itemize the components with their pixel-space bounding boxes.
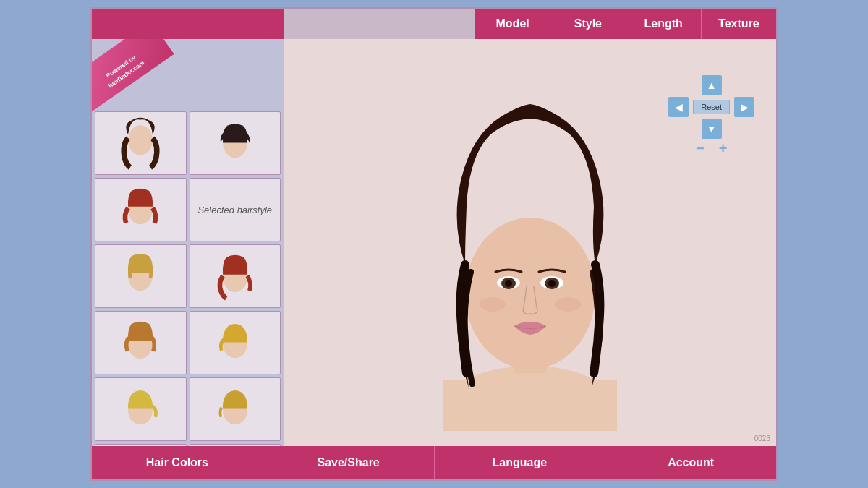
zoom-in-button[interactable]: +: [719, 140, 728, 157]
app: Model Style Length Texture Powered by ha…: [90, 7, 778, 481]
tab-style[interactable]: Style: [550, 9, 626, 39]
model-svg: [407, 55, 653, 431]
hairstyle-thumb-2[interactable]: [190, 111, 281, 175]
hairstyle-thumb-10[interactable]: [95, 444, 187, 446]
tab-texture[interactable]: Texture: [702, 9, 776, 39]
zoom-row: − +: [696, 140, 727, 157]
arrow-right-button[interactable]: ▶: [734, 97, 754, 117]
hairstyle-thumb-selected: Selected hairstyle: [190, 178, 281, 241]
reset-button[interactable]: Reset: [693, 100, 730, 114]
arrow-down-button[interactable]: ▼: [702, 119, 722, 139]
zoom-out-button[interactable]: −: [696, 140, 705, 157]
hairstyle-thumb-8[interactable]: [95, 377, 187, 441]
svg-rect-13: [443, 380, 617, 431]
bottom-nav: Hair Colors Save/Share Language Account: [92, 446, 776, 479]
down-arrow-row: ▼: [702, 119, 722, 139]
top-nav: Model Style Length Texture: [475, 9, 776, 39]
thumb-3-svg: [115, 181, 166, 239]
svg-point-21: [548, 280, 556, 287]
nav-hair-colors[interactable]: Hair Colors: [92, 446, 263, 479]
svg-point-23: [555, 297, 581, 312]
thumb-7-svg: [210, 314, 260, 372]
hairstyle-thumb-9[interactable]: [190, 377, 281, 441]
badge-container: Powered by hairfinder.com: [92, 39, 179, 111]
svg-point-15: [465, 218, 595, 369]
middle-arrow-row: ◀ Reset ▶: [668, 97, 754, 117]
left-panel: Powered by hairfinder.com: [92, 39, 284, 446]
thumb-6-svg: [115, 314, 166, 372]
hairstyle-thumb-5[interactable]: [190, 244, 281, 308]
nav-language[interactable]: Language: [435, 446, 606, 479]
tab-length[interactable]: Length: [626, 9, 702, 39]
thumb-4-svg: [115, 247, 166, 305]
nav-arrows: ▲ ◀ Reset ▶ ▼ − +: [668, 75, 754, 157]
up-arrow-row: ▲: [702, 75, 722, 95]
hairstyle-thumb-11[interactable]: [190, 444, 281, 446]
selected-hairstyle-label: Selected hairstyle: [197, 205, 272, 215]
hairstyle-thumb-7[interactable]: [190, 311, 281, 374]
svg-point-0: [128, 125, 153, 155]
nav-save-share[interactable]: Save/Share: [263, 446, 435, 479]
hairstyle-thumb-4[interactable]: [95, 244, 187, 308]
thumb-9-svg: [210, 380, 260, 438]
svg-point-22: [480, 297, 506, 312]
watermark: 0023: [754, 435, 770, 442]
hairstyle-thumb-1[interactable]: [95, 111, 187, 175]
thumb-2-svg: [210, 114, 260, 172]
nav-account[interactable]: Account: [605, 446, 776, 479]
thumb-5-svg: [210, 247, 260, 305]
thumb-8-svg: [115, 380, 166, 438]
main-area: Powered by hairfinder.com: [92, 39, 776, 446]
arrow-left-button[interactable]: ◀: [668, 97, 689, 117]
thumb-1-svg: [115, 114, 166, 172]
right-panel: ▲ ◀ Reset ▶ ▼ − +: [284, 39, 776, 446]
powered-by-badge: Powered by hairfinder.com: [92, 39, 174, 111]
tab-model[interactable]: Model: [475, 9, 550, 39]
svg-point-20: [505, 280, 512, 287]
hairstyle-thumb-6[interactable]: [95, 311, 187, 374]
arrow-up-button[interactable]: ▲: [702, 75, 722, 95]
hairstyle-thumb-3[interactable]: [95, 178, 187, 241]
